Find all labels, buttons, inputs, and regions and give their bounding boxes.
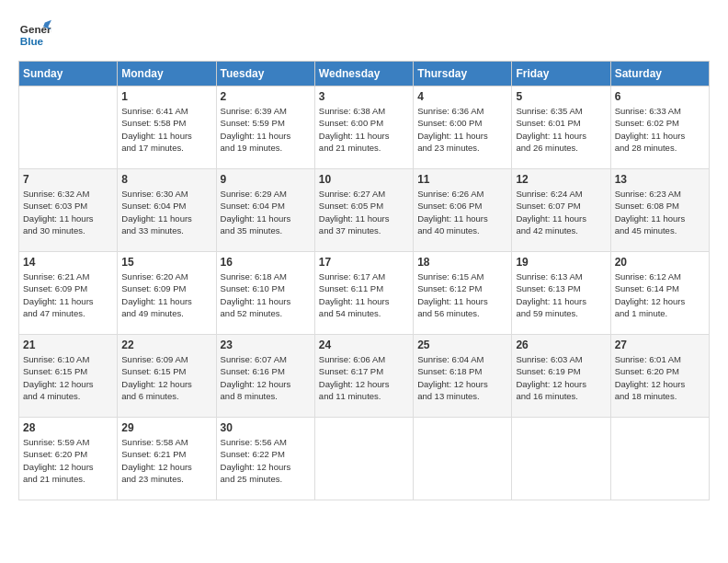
day-info: Sunrise: 6:13 AM Sunset: 6:13 PM Dayligh… xyxy=(516,270,606,319)
day-cell: 9Sunrise: 6:29 AM Sunset: 6:04 PM Daylig… xyxy=(216,169,314,252)
day-info: Sunrise: 6:01 AM Sunset: 6:20 PM Dayligh… xyxy=(615,353,705,402)
day-number: 21 xyxy=(23,339,113,351)
day-cell: 4Sunrise: 6:36 AM Sunset: 6:00 PM Daylig… xyxy=(414,86,512,169)
day-cell xyxy=(414,418,512,500)
day-number: 20 xyxy=(615,256,705,269)
day-cell: 19Sunrise: 6:13 AM Sunset: 6:13 PM Dayli… xyxy=(512,252,610,335)
week-row-4: 28Sunrise: 5:59 AM Sunset: 6:20 PM Dayli… xyxy=(19,418,710,500)
day-cell: 12Sunrise: 6:24 AM Sunset: 6:07 PM Dayli… xyxy=(512,169,610,252)
day-number: 8 xyxy=(121,173,211,186)
day-number: 14 xyxy=(23,256,113,269)
day-cell xyxy=(512,418,610,500)
day-cell: 7Sunrise: 6:32 AM Sunset: 6:03 PM Daylig… xyxy=(19,169,118,252)
day-cell: 18Sunrise: 6:15 AM Sunset: 6:12 PM Dayli… xyxy=(414,252,512,335)
day-number: 26 xyxy=(516,339,606,351)
day-cell: 27Sunrise: 6:01 AM Sunset: 6:20 PM Dayli… xyxy=(610,335,709,418)
day-number: 15 xyxy=(121,256,211,269)
day-number: 30 xyxy=(221,421,311,434)
day-info: Sunrise: 6:41 AM Sunset: 5:58 PM Dayligh… xyxy=(121,105,211,154)
day-cell: 21Sunrise: 6:10 AM Sunset: 6:15 PM Dayli… xyxy=(19,335,118,418)
day-number: 2 xyxy=(221,90,311,103)
header-cell-monday: Monday xyxy=(118,62,216,86)
day-info: Sunrise: 6:23 AM Sunset: 6:08 PM Dayligh… xyxy=(615,188,705,236)
day-cell: 13Sunrise: 6:23 AM Sunset: 6:08 PM Dayli… xyxy=(610,169,709,252)
day-number: 19 xyxy=(516,256,606,269)
day-cell: 26Sunrise: 6:03 AM Sunset: 6:19 PM Dayli… xyxy=(512,335,610,418)
day-cell xyxy=(314,418,413,500)
day-cell: 14Sunrise: 6:21 AM Sunset: 6:09 PM Dayli… xyxy=(19,252,118,335)
day-number: 12 xyxy=(516,173,606,186)
header-cell-sunday: Sunday xyxy=(19,62,118,86)
day-cell: 24Sunrise: 6:06 AM Sunset: 6:17 PM Dayli… xyxy=(314,335,413,418)
week-row-3: 21Sunrise: 6:10 AM Sunset: 6:15 PM Dayli… xyxy=(19,335,710,418)
week-row-1: 7Sunrise: 6:32 AM Sunset: 6:03 PM Daylig… xyxy=(19,169,710,252)
day-info: Sunrise: 6:39 AM Sunset: 5:59 PM Dayligh… xyxy=(221,105,311,154)
day-number: 4 xyxy=(417,90,507,103)
day-cell: 6Sunrise: 6:33 AM Sunset: 6:02 PM Daylig… xyxy=(610,86,709,169)
day-info: Sunrise: 6:04 AM Sunset: 6:18 PM Dayligh… xyxy=(417,353,507,402)
header-cell-thursday: Thursday xyxy=(414,62,512,86)
day-cell: 29Sunrise: 5:58 AM Sunset: 6:21 PM Dayli… xyxy=(118,418,216,500)
day-info: Sunrise: 6:09 AM Sunset: 6:15 PM Dayligh… xyxy=(121,353,211,402)
calendar-header: SundayMondayTuesdayWednesdayThursdayFrid… xyxy=(19,62,710,86)
day-info: Sunrise: 6:24 AM Sunset: 6:07 PM Dayligh… xyxy=(516,188,606,236)
header-cell-tuesday: Tuesday xyxy=(216,62,314,86)
day-cell: 11Sunrise: 6:26 AM Sunset: 6:06 PM Dayli… xyxy=(414,169,512,252)
day-info: Sunrise: 5:56 AM Sunset: 6:22 PM Dayligh… xyxy=(221,436,311,485)
day-number: 6 xyxy=(615,90,705,103)
day-cell: 3Sunrise: 6:38 AM Sunset: 6:00 PM Daylig… xyxy=(314,86,413,169)
header-cell-friday: Friday xyxy=(512,62,610,86)
day-info: Sunrise: 5:58 AM Sunset: 6:21 PM Dayligh… xyxy=(121,436,211,485)
calendar-body: 1Sunrise: 6:41 AM Sunset: 5:58 PM Daylig… xyxy=(19,86,710,500)
day-cell: 25Sunrise: 6:04 AM Sunset: 6:18 PM Dayli… xyxy=(414,335,512,418)
day-number: 17 xyxy=(319,256,409,269)
day-number: 27 xyxy=(615,339,705,351)
day-number: 9 xyxy=(221,173,311,186)
calendar-table: SundayMondayTuesdayWednesdayThursdayFrid… xyxy=(18,61,710,500)
day-info: Sunrise: 6:20 AM Sunset: 6:09 PM Dayligh… xyxy=(121,270,211,319)
day-cell: 28Sunrise: 5:59 AM Sunset: 6:20 PM Dayli… xyxy=(19,418,118,500)
day-info: Sunrise: 6:12 AM Sunset: 6:14 PM Dayligh… xyxy=(615,270,705,319)
day-number: 22 xyxy=(121,339,211,351)
week-row-2: 14Sunrise: 6:21 AM Sunset: 6:09 PM Dayli… xyxy=(19,252,710,335)
day-number: 10 xyxy=(319,173,409,186)
day-cell: 23Sunrise: 6:07 AM Sunset: 6:16 PM Dayli… xyxy=(216,335,314,418)
page-header: General Blue xyxy=(18,18,710,52)
day-info: Sunrise: 6:17 AM Sunset: 6:11 PM Dayligh… xyxy=(319,270,409,319)
day-info: Sunrise: 6:30 AM Sunset: 6:04 PM Dayligh… xyxy=(121,188,211,236)
day-number: 7 xyxy=(23,173,113,186)
day-cell: 5Sunrise: 6:35 AM Sunset: 6:01 PM Daylig… xyxy=(512,86,610,169)
day-info: Sunrise: 6:26 AM Sunset: 6:06 PM Dayligh… xyxy=(417,188,507,236)
logo-icon: General Blue xyxy=(18,18,51,52)
day-cell: 16Sunrise: 6:18 AM Sunset: 6:10 PM Dayli… xyxy=(216,252,314,335)
day-number: 1 xyxy=(121,90,211,103)
logo: General Blue xyxy=(18,18,55,52)
day-cell: 1Sunrise: 6:41 AM Sunset: 5:58 PM Daylig… xyxy=(118,86,216,169)
day-info: Sunrise: 6:27 AM Sunset: 6:05 PM Dayligh… xyxy=(319,188,409,236)
day-number: 23 xyxy=(221,339,311,351)
day-cell: 17Sunrise: 6:17 AM Sunset: 6:11 PM Dayli… xyxy=(314,252,413,335)
day-info: Sunrise: 6:21 AM Sunset: 6:09 PM Dayligh… xyxy=(23,270,113,319)
day-number: 16 xyxy=(221,256,311,269)
day-cell: 8Sunrise: 6:30 AM Sunset: 6:04 PM Daylig… xyxy=(118,169,216,252)
day-number: 11 xyxy=(417,173,507,186)
day-cell: 15Sunrise: 6:20 AM Sunset: 6:09 PM Dayli… xyxy=(118,252,216,335)
day-info: Sunrise: 6:15 AM Sunset: 6:12 PM Dayligh… xyxy=(417,270,507,319)
day-cell: 22Sunrise: 6:09 AM Sunset: 6:15 PM Dayli… xyxy=(118,335,216,418)
svg-text:Blue: Blue xyxy=(20,35,44,47)
day-number: 29 xyxy=(121,421,211,434)
day-cell: 20Sunrise: 6:12 AM Sunset: 6:14 PM Dayli… xyxy=(610,252,709,335)
day-info: Sunrise: 6:32 AM Sunset: 6:03 PM Dayligh… xyxy=(23,188,113,236)
day-info: Sunrise: 5:59 AM Sunset: 6:20 PM Dayligh… xyxy=(23,436,113,485)
day-info: Sunrise: 6:07 AM Sunset: 6:16 PM Dayligh… xyxy=(221,353,311,402)
header-row: SundayMondayTuesdayWednesdayThursdayFrid… xyxy=(19,62,710,86)
day-info: Sunrise: 6:10 AM Sunset: 6:15 PM Dayligh… xyxy=(23,353,113,402)
day-info: Sunrise: 6:29 AM Sunset: 6:04 PM Dayligh… xyxy=(221,188,311,236)
day-cell xyxy=(19,86,118,169)
day-info: Sunrise: 6:36 AM Sunset: 6:00 PM Dayligh… xyxy=(417,105,507,154)
day-info: Sunrise: 6:35 AM Sunset: 6:01 PM Dayligh… xyxy=(516,105,606,154)
day-info: Sunrise: 6:06 AM Sunset: 6:17 PM Dayligh… xyxy=(319,353,409,402)
day-number: 28 xyxy=(23,421,113,434)
day-info: Sunrise: 6:33 AM Sunset: 6:02 PM Dayligh… xyxy=(615,105,705,154)
day-info: Sunrise: 6:18 AM Sunset: 6:10 PM Dayligh… xyxy=(221,270,311,319)
